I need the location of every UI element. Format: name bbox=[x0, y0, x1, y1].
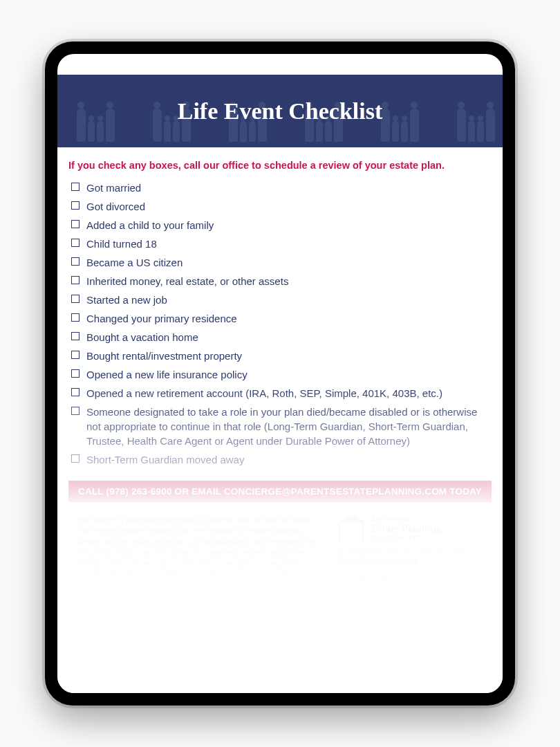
checkbox[interactable] bbox=[71, 239, 80, 247]
checklist-item-text: Added a child to your family bbox=[86, 218, 492, 232]
checklist-item-text: Inherited money, real estate, or other a… bbox=[86, 274, 492, 288]
checkbox[interactable] bbox=[71, 313, 80, 322]
checklist-item: Added a child to your family bbox=[71, 218, 492, 232]
life-event-checklist: Got marriedGot divorcedAdded a child to … bbox=[68, 181, 492, 467]
checklist-item-text: Opened a new retirement account (IRA, Ro… bbox=[86, 386, 492, 400]
checklist-item-text: Child turned 18 bbox=[86, 237, 492, 251]
checklist-item: Got married bbox=[71, 181, 492, 195]
screen: Life Event Checklist If you check any bo… bbox=[57, 54, 503, 693]
checklist-item-text: Started a new job bbox=[86, 293, 492, 307]
checklist-item: Short-Term Guardian moved away bbox=[71, 452, 492, 467]
content-area: If you check any boxes, call our office … bbox=[57, 147, 503, 606]
checkbox[interactable] bbox=[71, 351, 80, 359]
instagram-icon[interactable]: ◎ bbox=[356, 569, 371, 584]
checkbox[interactable] bbox=[71, 257, 80, 266]
social-handle: @parentsestateplanning bbox=[337, 557, 482, 564]
checkbox[interactable] bbox=[71, 276, 80, 284]
logo-text: The Parents Estate Planning Law Firm, PC bbox=[371, 515, 441, 543]
checklist-item-text: Bought rental/investment property bbox=[86, 349, 492, 363]
checklist-item-text: Became a US citizen bbox=[86, 255, 492, 270]
checklist-item: Started a new job bbox=[71, 293, 492, 307]
checklist-item-text: Changed your primary residence bbox=[86, 311, 492, 326]
address: 31 Nagog Park, Suite 301, Acton MA 01720 bbox=[337, 548, 482, 555]
firm-logo: The Parents Estate Planning Law Firm, PC bbox=[337, 515, 482, 544]
about-text: We believe in protecting your family's f… bbox=[78, 515, 324, 584]
checklist-item: Became a US citizen bbox=[71, 255, 492, 270]
social-icons: f◎▶PG bbox=[337, 569, 482, 584]
checklist-item: Child turned 18 bbox=[71, 237, 492, 251]
checkbox[interactable] bbox=[71, 388, 80, 396]
checkbox[interactable] bbox=[71, 183, 80, 191]
logo-house-icon bbox=[337, 515, 366, 544]
checklist-item-text: Opened a new life insurance policy bbox=[86, 367, 492, 382]
instruction-text: If you check any boxes, call our office … bbox=[68, 160, 492, 171]
youtube-icon[interactable]: ▶ bbox=[375, 569, 391, 584]
checklist-item-text: Got married bbox=[86, 181, 492, 195]
checkbox[interactable] bbox=[71, 295, 80, 303]
footer: We believe in protecting your family's f… bbox=[68, 502, 492, 584]
checkbox[interactable] bbox=[71, 201, 80, 210]
checkbox[interactable] bbox=[71, 220, 80, 228]
checklist-item: Inherited money, real estate, or other a… bbox=[71, 274, 492, 288]
checkbox[interactable] bbox=[71, 369, 80, 378]
checklist-item-text: Short-Term Guardian moved away bbox=[86, 452, 492, 467]
footer-contact: The Parents Estate Planning Law Firm, PC… bbox=[337, 515, 482, 584]
cta-banner: CALL (978) 263-6900 OR EMAIL CONCIERGE@P… bbox=[68, 481, 492, 502]
google-icon[interactable]: G bbox=[414, 569, 429, 584]
checklist-item: Someone designated to take a role in you… bbox=[71, 405, 492, 448]
checklist-item-text: Someone designated to take a role in you… bbox=[86, 405, 492, 448]
page-title: Life Event Checklist bbox=[178, 98, 383, 124]
pinterest-icon[interactable]: P bbox=[395, 569, 410, 584]
checklist-item: Got divorced bbox=[71, 199, 492, 214]
website-url: PARENTSESTATEPLANNING.COM bbox=[68, 598, 492, 606]
checkbox[interactable] bbox=[71, 407, 80, 415]
checklist-item: Opened a new retirement account (IRA, Ro… bbox=[71, 386, 492, 400]
checklist-item: Bought a vacation home bbox=[71, 330, 492, 344]
checklist-item-text: Got divorced bbox=[86, 199, 492, 214]
checkbox[interactable] bbox=[71, 332, 80, 340]
checklist-item: Changed your primary residence bbox=[71, 311, 492, 326]
checklist-item: Opened a new life insurance policy bbox=[71, 367, 492, 382]
checklist-item: Bought rental/investment property bbox=[71, 349, 492, 363]
facebook-icon[interactable]: f bbox=[337, 569, 352, 584]
tablet-frame: Life Event Checklist If you check any bo… bbox=[45, 42, 515, 706]
checkbox[interactable] bbox=[71, 454, 80, 463]
page-header: Life Event Checklist bbox=[57, 75, 503, 147]
checklist-item-text: Bought a vacation home bbox=[86, 330, 492, 344]
